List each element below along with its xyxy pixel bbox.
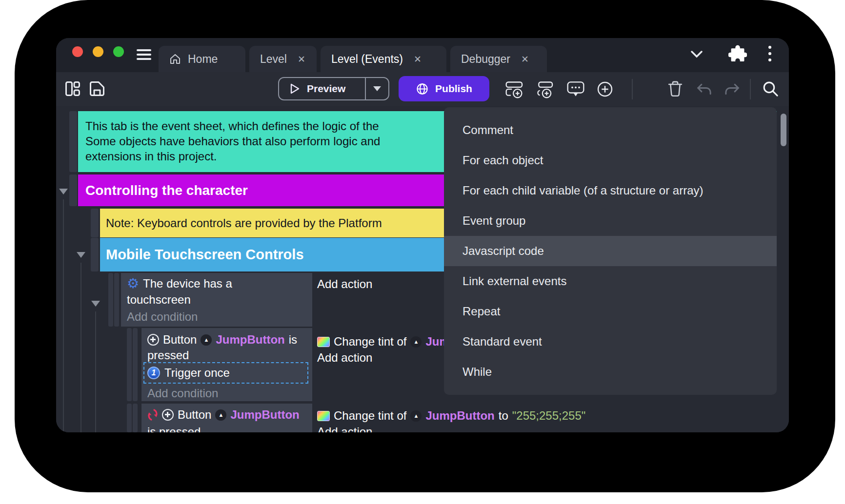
close-tab-icon[interactable]: ✕ xyxy=(298,54,305,65)
toolbar: Preview Publish xyxy=(56,72,789,106)
add-action-link[interactable]: Add action xyxy=(317,351,372,365)
condition-text: touchscreen xyxy=(127,293,191,307)
trigger-once-icon: 1 xyxy=(147,367,160,379)
add-subevent-icon[interactable] xyxy=(535,80,555,98)
add-condition-link[interactable]: Add condition xyxy=(147,387,218,400)
vertical-scrollbar-thumb[interactable] xyxy=(781,114,786,146)
group-title: Mobile Touchscreen Controls xyxy=(106,247,304,262)
add-condition-link[interactable]: Add condition xyxy=(127,310,198,324)
preview-dropdown-button[interactable] xyxy=(366,86,388,91)
preview-button-main[interactable]: Preview xyxy=(279,83,365,95)
addons-puzzle-icon[interactable] xyxy=(728,45,747,63)
object-name: JumpButton xyxy=(216,333,284,347)
object-arrow-badge-icon: ▲ xyxy=(215,409,226,421)
collapse-arrow-icon[interactable] xyxy=(77,252,85,258)
action-change-tint[interactable]: Change tint of ▲ JumpButton to "255;255;… xyxy=(317,409,585,423)
main-menu-icon[interactable] xyxy=(137,49,151,61)
menu-item-for-each-child-variable[interactable]: For each child variable (of a structure … xyxy=(444,175,777,206)
delete-trash-icon[interactable] xyxy=(667,80,684,97)
home-icon xyxy=(169,53,181,65)
condition-text: The device has a xyxy=(143,277,232,291)
collapse-arrow-icon[interactable] xyxy=(91,301,100,307)
app-window: Home Level ✕ Level (Events) ✕ Debugger ✕ xyxy=(56,38,789,432)
undo-icon[interactable] xyxy=(696,83,713,96)
event-gutter-bar[interactable] xyxy=(91,209,99,237)
menu-item-repeat[interactable]: Repeat xyxy=(444,296,777,327)
event-gutter-bar[interactable] xyxy=(127,328,132,401)
tab-level-events[interactable]: Level (Events) ✕ xyxy=(321,46,446,72)
condition-text: Button xyxy=(163,333,197,347)
tint-swatch-icon xyxy=(317,411,330,421)
screenshot-canvas: Home Level ✕ Level (Events) ✕ Debugger ✕ xyxy=(0,0,845,504)
tree-guide-line xyxy=(95,311,96,432)
condition-text: Trigger once xyxy=(164,366,230,380)
toolbar-divider xyxy=(750,79,751,99)
event-gutter-bar[interactable] xyxy=(108,273,113,327)
tab-level[interactable]: Level ✕ xyxy=(249,46,317,72)
object-name: JumpButton xyxy=(230,408,299,422)
tab-bar: Home Level ✕ Level (Events) ✕ Debugger ✕ xyxy=(56,38,789,72)
tab-label: Home xyxy=(188,53,218,66)
condition-text: is xyxy=(289,333,297,347)
close-window-button[interactable] xyxy=(72,46,83,57)
object-arrow-badge-icon: ▲ xyxy=(410,410,422,422)
close-tab-icon[interactable]: ✕ xyxy=(521,54,529,65)
collapse-arrow-icon[interactable] xyxy=(59,189,68,194)
add-action-link[interactable]: Add action xyxy=(317,425,372,432)
condition-cell-jumpbutton-2[interactable]: Button ▲ JumpButton is pressed xyxy=(141,404,312,432)
add-event-context-menu: Comment For each object For each child v… xyxy=(444,107,777,395)
toolbar-divider xyxy=(632,79,633,99)
preview-label: Preview xyxy=(307,83,345,95)
publish-button[interactable]: Publish xyxy=(399,76,489,101)
object-arrow-badge-icon: ▲ xyxy=(201,334,212,346)
add-event-icon[interactable] xyxy=(505,80,524,98)
menu-item-while[interactable]: While xyxy=(444,357,777,387)
event-gutter-bar[interactable] xyxy=(91,238,99,271)
tree-guide-line xyxy=(80,263,81,432)
close-tab-icon[interactable]: ✕ xyxy=(414,54,422,65)
event-gutter-bar[interactable] xyxy=(69,111,77,172)
event-gutter-bar[interactable] xyxy=(69,174,77,206)
caret-down-icon xyxy=(373,86,381,91)
tab-home[interactable]: Home xyxy=(159,46,245,72)
event-gutter-bar[interactable] xyxy=(133,404,138,432)
platforminfo-gear-icon: ⚙ xyxy=(127,277,139,290)
menu-item-javascript-code[interactable]: Javascript code xyxy=(444,236,777,266)
group-title: Controlling the character xyxy=(85,183,248,198)
condition-cell-jumpbutton-1[interactable]: Button ▲ JumpButton is pressed 1 Trigger… xyxy=(141,328,312,401)
menu-item-for-each-object[interactable]: For each object xyxy=(444,145,777,175)
tint-swatch-icon xyxy=(317,337,330,347)
add-plus-circle-icon[interactable] xyxy=(597,81,613,97)
tab-label: Level xyxy=(260,53,287,66)
layout-panels-icon[interactable] xyxy=(64,80,81,97)
add-action-link[interactable]: Add action xyxy=(317,277,372,291)
save-icon[interactable] xyxy=(88,80,106,97)
inverted-condition-icon xyxy=(147,408,158,421)
menu-item-comment[interactable]: Comment xyxy=(444,115,777,145)
object-arrow-badge-icon: ▲ xyxy=(410,336,422,348)
tab-label: Level (Events) xyxy=(331,53,403,66)
event-gutter-bar[interactable] xyxy=(114,273,119,327)
search-icon[interactable] xyxy=(762,80,779,97)
globe-icon xyxy=(416,82,429,96)
minimize-window-button[interactable] xyxy=(93,46,103,57)
event-gutter-bar[interactable] xyxy=(127,404,132,432)
menu-item-link-external-events[interactable]: Link external events xyxy=(444,266,777,296)
kebab-menu-icon[interactable] xyxy=(768,46,771,65)
play-icon xyxy=(290,83,300,95)
tab-debugger[interactable]: Debugger ✕ xyxy=(450,46,547,72)
condition-cell-device[interactable]: ⚙ The device has a touchscreen Add condi… xyxy=(121,273,312,327)
preview-button[interactable]: Preview xyxy=(278,77,389,100)
menu-item-standard-event[interactable]: Standard event xyxy=(444,327,777,357)
gamepad-icon xyxy=(147,334,159,346)
event-gutter-bar[interactable] xyxy=(133,328,138,401)
zoom-window-button[interactable] xyxy=(113,46,124,57)
selected-condition-trigger-once[interactable]: 1 Trigger once xyxy=(143,362,308,384)
comment-bubble-icon[interactable] xyxy=(566,81,585,98)
redo-icon[interactable] xyxy=(724,83,740,96)
condition-text: pressed xyxy=(147,349,189,362)
note-text: Note: Keyboard controls are provided by … xyxy=(106,216,382,230)
chevron-down-icon[interactable] xyxy=(690,51,703,58)
condition-text: Button xyxy=(178,408,211,422)
menu-item-event-group[interactable]: Event group xyxy=(444,206,777,236)
